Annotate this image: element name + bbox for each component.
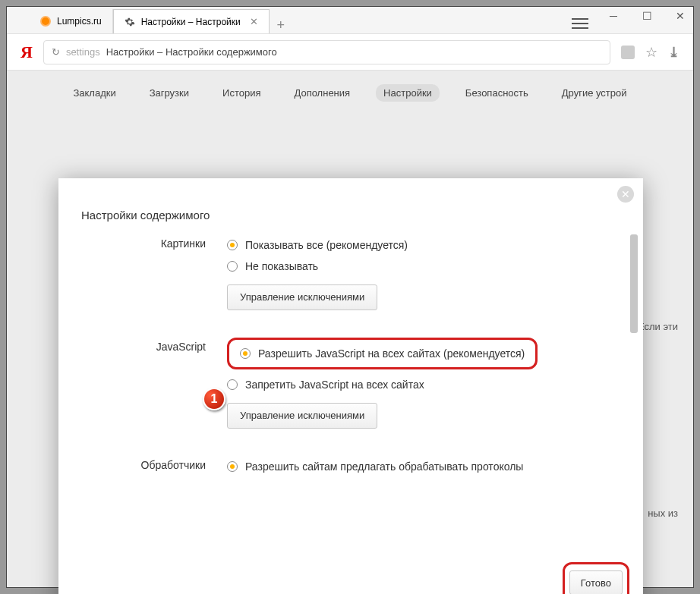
nav-bookmarks[interactable]: Закладки	[65, 84, 123, 102]
tab-settings[interactable]: Настройки – Настройки ✕	[113, 9, 270, 33]
downloads-icon[interactable]: ⤓	[668, 44, 680, 61]
url-path: Настройки – Настройки содержимого	[106, 46, 277, 58]
settings-nav: Закладки Загрузки История Дополнения Нас…	[7, 71, 693, 115]
address-actions: ☆ ⤓	[621, 44, 680, 61]
nav-downloads[interactable]: Загрузки	[142, 84, 197, 102]
dialog-title: Настройки содержимого	[81, 209, 210, 222]
hamburger-icon	[572, 18, 588, 29]
background-text: Если эти	[638, 321, 678, 332]
radio-label: Запретить JavaScript на всех сайтах	[245, 379, 424, 391]
lumpics-favicon-icon	[40, 16, 51, 27]
section-label-javascript: JavaScript	[74, 338, 227, 429]
radio-images-show[interactable]: Показывать все (рекомендуется)	[227, 234, 628, 256]
yandex-logo-icon[interactable]: Я	[20, 42, 33, 62]
radio-label: Не показывать	[245, 260, 318, 272]
tab-bar: Lumpics.ru Настройки – Настройки ✕ + ─ ☐…	[7, 7, 693, 34]
radio-icon	[240, 348, 251, 359]
menu-button[interactable]	[572, 10, 588, 29]
tab-title: Lumpics.ru	[57, 16, 102, 27]
radio-handlers-allow[interactable]: Разрешить сайтам предлагать обрабатывать…	[227, 456, 628, 477]
content-settings-dialog: ✕ Настройки содержимого Картинки Показыв…	[58, 178, 643, 594]
close-window-button[interactable]: ✕	[672, 10, 689, 29]
bookmark-star-icon[interactable]: ☆	[645, 44, 657, 61]
window-controls: ─ ☐ ✕	[572, 10, 689, 29]
page-body: Закладки Загрузки История Дополнения Нас…	[7, 71, 693, 587]
url-input[interactable]: ↻ settings Настройки – Настройки содержи…	[43, 40, 610, 64]
dialog-scroll-area: Картинки Показывать все (рекомендуется) …	[74, 234, 628, 553]
tab-lumpics[interactable]: Lumpics.ru	[30, 9, 113, 33]
radio-images-hide[interactable]: Не показывать	[227, 256, 628, 277]
nav-devices[interactable]: Другие устрой	[554, 84, 635, 102]
maximize-button[interactable]: ☐	[639, 10, 655, 29]
section-images: Картинки Показывать все (рекомендуется) …	[74, 234, 628, 310]
radio-icon	[227, 240, 238, 250]
radio-label: Разрешить сайтам предлагать обрабатывать…	[245, 460, 523, 473]
new-tab-button[interactable]: +	[270, 17, 292, 33]
nav-settings[interactable]: Настройки	[376, 84, 440, 102]
images-exceptions-button[interactable]: Управление исключениями	[227, 284, 377, 310]
section-handlers: Обработчики Разрешить сайтам предлагать …	[74, 456, 628, 477]
highlight-js-allow: Разрешить JavaScript на всех сайтах (рек…	[227, 338, 538, 369]
radio-label: Показывать все (рекомендуется)	[245, 239, 408, 251]
reload-icon[interactable]: ↻	[52, 46, 60, 58]
address-bar: Я ↻ settings Настройки – Настройки содер…	[7, 34, 693, 71]
url-path-prefix: settings	[66, 46, 100, 58]
section-javascript: JavaScript Разрешить JavaScript на всех …	[74, 338, 628, 429]
nav-addons[interactable]: Дополнения	[286, 84, 358, 102]
radio-icon	[227, 261, 238, 272]
nav-history[interactable]: История	[215, 84, 268, 102]
minimize-button[interactable]: ─	[605, 10, 622, 29]
radio-icon	[227, 461, 238, 472]
done-button[interactable]: Готово	[569, 570, 623, 594]
radio-js-allow[interactable]: Разрешить JavaScript на всех сайтах (рек…	[240, 344, 525, 363]
nav-security[interactable]: Безопасность	[458, 84, 536, 102]
annotation-badge-1: 1	[203, 388, 225, 410]
browser-window: Lumpics.ru Настройки – Настройки ✕ + ─ ☐…	[6, 6, 694, 588]
background-text-2: ных из	[648, 508, 678, 519]
section-label-images: Картинки	[74, 234, 227, 310]
radio-icon	[227, 379, 238, 390]
dialog-close-button[interactable]: ✕	[617, 186, 634, 203]
gear-icon	[125, 17, 135, 27]
highlight-done: Готово	[563, 562, 629, 594]
radio-label: Разрешить JavaScript на всех сайтах (рек…	[258, 347, 525, 360]
scrollbar-thumb[interactable]	[630, 234, 638, 333]
protect-icon[interactable]	[621, 46, 635, 59]
section-label-handlers: Обработчики	[74, 456, 227, 477]
close-tab-icon[interactable]: ✕	[250, 16, 258, 27]
scrollbar-track[interactable]	[629, 234, 639, 553]
tab-title: Настройки – Настройки	[141, 17, 241, 27]
js-exceptions-button[interactable]: Управление исключениями	[227, 403, 377, 429]
radio-js-block[interactable]: Запретить JavaScript на всех сайтах	[227, 374, 628, 395]
